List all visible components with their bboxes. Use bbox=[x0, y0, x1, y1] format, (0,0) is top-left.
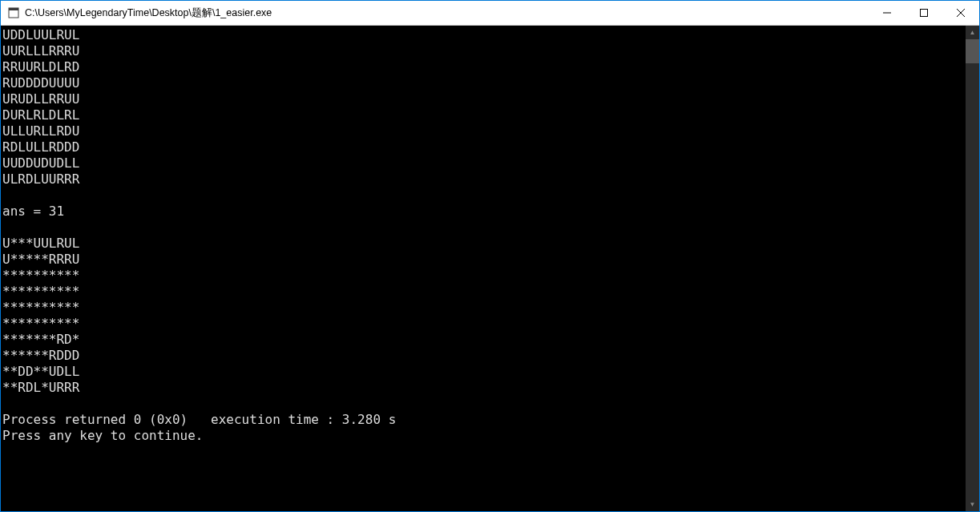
vertical-scrollbar[interactable]: ▲ ▼ bbox=[966, 26, 979, 511]
console-area: UDDLUULRUL UURLLLRRRU RRUURLDLRD RUDDDDU… bbox=[1, 26, 979, 511]
svg-rect-3 bbox=[921, 10, 928, 17]
minimize-button[interactable] bbox=[869, 1, 905, 25]
close-button[interactable] bbox=[942, 1, 979, 25]
app-icon bbox=[7, 6, 20, 19]
scroll-up-arrow[interactable]: ▲ bbox=[966, 26, 979, 39]
window-controls bbox=[869, 1, 979, 25]
maximize-button[interactable] bbox=[905, 1, 942, 25]
scroll-down-arrow[interactable]: ▼ bbox=[966, 498, 979, 511]
console-output: UDDLUULRUL UURLLLRRRU RRUURLDLRD RUDDDDU… bbox=[1, 26, 966, 511]
window-titlebar: C:\Users\MyLegendaryTime\Desktop\题解\1_ea… bbox=[1, 1, 979, 26]
scrollbar-thumb[interactable] bbox=[966, 39, 979, 63]
window-title: C:\Users\MyLegendaryTime\Desktop\题解\1_ea… bbox=[25, 6, 869, 20]
svg-rect-1 bbox=[9, 8, 18, 10]
